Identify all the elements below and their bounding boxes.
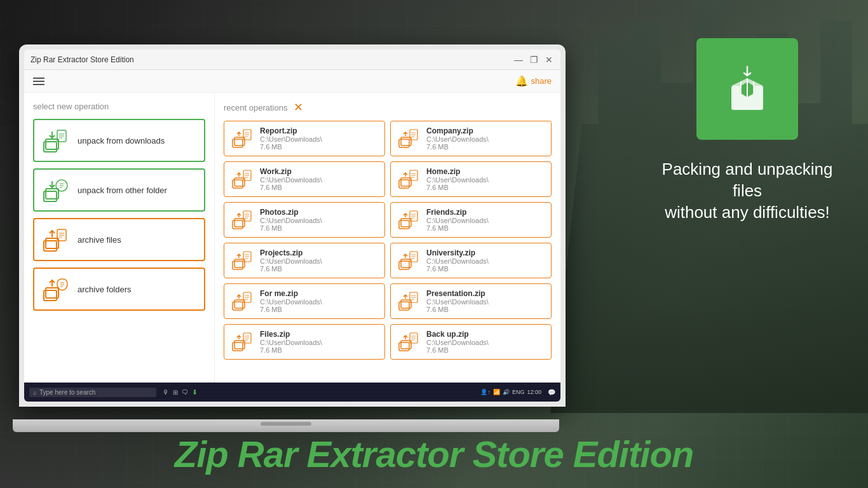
recent-item[interactable]: Friends.zip C:\User\Downloads\ 7.6 MB [390, 202, 552, 238]
recent-item-name: Friends.zip [426, 208, 545, 217]
unpack-other-icon [42, 176, 70, 204]
recent-item-info: Back up.zip C:\User\Downloads\ 7.6 MB [426, 330, 545, 354]
title-controls: — ❐ ✕ [513, 55, 554, 65]
recent-item-path: C:\User\Downloads\ [260, 298, 378, 306]
archive-folders-icon [42, 275, 70, 303]
unpack-other-button[interactable]: unpack from other folder [33, 168, 205, 212]
recent-item-path: C:\User\Downloads\ [426, 257, 545, 265]
recent-item-icon [397, 330, 420, 353]
tagline-container: Packing and unpacking files without any … [658, 159, 836, 223]
share-button[interactable]: 🔔 share [515, 75, 552, 87]
recent-item-info: Presentation.zip C:\User\Downloads\ 7.6 … [426, 289, 545, 313]
tagline-line2: without any difficulties! [658, 202, 836, 224]
recent-item-size: 7.6 MB [426, 265, 545, 273]
recent-item-path: C:\User\Downloads\ [426, 135, 545, 143]
recent-item-info: Home.zip C:\User\Downloads\ 7.6 MB [426, 167, 545, 191]
recent-item[interactable]: Work.zip C:\User\Downloads\ 7.6 MB [224, 161, 385, 197]
recent-item-path: C:\User\Downloads\ [260, 257, 378, 265]
hamburger-menu[interactable] [33, 78, 44, 85]
recent-item-name: Photos.zip [260, 208, 378, 217]
laptop-base [13, 419, 559, 432]
recent-item-icon [397, 127, 420, 150]
recent-item[interactable]: University.zip C:\User\Downloads\ 7.6 MB [390, 243, 552, 278]
recent-item-size: 7.6 MB [426, 346, 545, 354]
app-logo-box [696, 38, 798, 140]
archive-files-button[interactable]: archive files [33, 218, 205, 261]
recent-item[interactable]: Photos.zip C:\User\Downloads\ 7.6 MB [224, 202, 385, 238]
maximize-button[interactable]: ❐ [529, 55, 539, 65]
recent-item-size: 7.6 MB [260, 224, 378, 232]
recent-item-path: C:\User\Downloads\ [260, 176, 378, 184]
recent-header: recent operations ✕ [224, 102, 552, 113]
recent-item[interactable]: Home.zip C:\User\Downloads\ 7.6 MB [390, 161, 552, 197]
unpack-downloads-label: unpack from downloads [78, 136, 165, 146]
laptop-body: Zip Rar Extractor Store Edition — ❐ ✕ [19, 44, 566, 407]
recent-item-path: C:\User\Downloads\ [426, 339, 545, 346]
recent-item-icon [231, 249, 254, 272]
recent-item-path: C:\User\Downloads\ [260, 135, 378, 143]
bottom-title: Zip Rar Extractor Store Edition [0, 433, 868, 475]
recent-item[interactable]: Report.zip C:\User\Downloads\ 7.6 MB [224, 121, 385, 156]
archive-files-icon [42, 226, 70, 254]
taskbar-search[interactable]: ⌕ Type here to search [29, 388, 156, 397]
archive-folders-button[interactable]: archive folders [33, 268, 205, 311]
share-icon: 🔔 [515, 75, 528, 87]
recent-item-name: Company.zip [426, 126, 545, 135]
unpack-downloads-button[interactable]: unpack from downloads [33, 119, 205, 162]
recent-item[interactable]: Files.zip C:\User\Downloads\ 7.6 MB [224, 324, 385, 360]
recent-item-info: Report.zip C:\User\Downloads\ 7.6 MB [260, 126, 378, 151]
recent-item-size: 7.6 MB [426, 306, 545, 313]
app-window: Zip Rar Extractor Store Edition — ❐ ✕ [24, 50, 560, 402]
title-bar: Zip Rar Extractor Store Edition — ❐ ✕ [24, 50, 560, 70]
recent-item-icon [231, 127, 254, 150]
taskbar: ⌕ Type here to search 🎙 ⊞ 🗨 ⬇ 👤↑ 📶 🔊 ENG… [24, 383, 560, 402]
unpack-other-label: unpack from other folder [78, 186, 167, 195]
recent-item[interactable]: For me.zip C:\User\Downloads\ 7.6 MB [224, 283, 385, 319]
recent-item-icon [397, 249, 420, 272]
minimize-button[interactable]: — [513, 55, 524, 65]
recent-grid: Report.zip C:\User\Downloads\ 7.6 MB Com… [224, 121, 552, 360]
recent-item-name: Files.zip [260, 330, 378, 339]
recent-item-info: University.zip C:\User\Downloads\ 7.6 MB [426, 248, 545, 273]
recent-item-size: 7.6 MB [426, 143, 545, 151]
recent-item-path: C:\User\Downloads\ [260, 339, 378, 346]
left-section-title: select new operation [33, 102, 205, 111]
recent-item-info: Work.zip C:\User\Downloads\ 7.6 MB [260, 167, 378, 191]
recent-item[interactable]: Back up.zip C:\User\Downloads\ 7.6 MB [390, 324, 552, 360]
recent-item[interactable]: Presentation.zip C:\User\Downloads\ 7.6 … [390, 283, 552, 319]
left-panel: select new operation [24, 93, 215, 383]
recent-item-size: 7.6 MB [260, 265, 378, 273]
menu-bar: 🔔 share [24, 70, 560, 93]
recent-item-icon [397, 168, 420, 191]
recent-item-info: Photos.zip C:\User\Downloads\ 7.6 MB [260, 208, 378, 232]
right-panel: recent operations ✕ Report.zip C:\User\D… [215, 93, 560, 383]
app-content: select new operation [24, 93, 560, 383]
recent-item-info: Projects.zip C:\User\Downloads\ 7.6 MB [260, 248, 378, 273]
recent-item-icon [231, 168, 254, 191]
recent-item-icon [231, 290, 254, 313]
title-bar-left: Zip Rar Extractor Store Edition [31, 55, 134, 64]
taskbar-time: 12:00 [527, 389, 541, 395]
recent-item-path: C:\User\Downloads\ [426, 176, 545, 184]
recent-item[interactable]: Projects.zip C:\User\Downloads\ 7.6 MB [224, 243, 385, 278]
recent-item-icon [397, 290, 420, 313]
recent-item-info: Friends.zip C:\User\Downloads\ 7.6 MB [426, 208, 545, 232]
recent-item[interactable]: Company.zip C:\User\Downloads\ 7.6 MB [390, 121, 552, 156]
laptop-screen: Zip Rar Extractor Store Edition — ❐ ✕ [24, 50, 560, 402]
recent-item-name: Report.zip [260, 126, 378, 135]
recent-item-icon [231, 208, 254, 231]
recent-item-size: 7.6 MB [260, 143, 378, 151]
recent-item-path: C:\User\Downloads\ [260, 217, 378, 224]
recent-item-size: 7.6 MB [260, 184, 378, 191]
close-button[interactable]: ✕ [544, 55, 554, 65]
share-label: share [531, 76, 552, 86]
close-recent-button[interactable]: ✕ [294, 102, 303, 113]
recent-item-size: 7.6 MB [426, 224, 545, 232]
recent-item-info: For me.zip C:\User\Downloads\ 7.6 MB [260, 289, 378, 313]
taskbar-lang: ENG [512, 389, 525, 395]
recent-item-size: 7.6 MB [260, 306, 378, 313]
recent-item-name: University.zip [426, 248, 545, 257]
recent-title: recent operations [224, 103, 287, 112]
tagline-line1: Packing and unpacking files [658, 159, 836, 202]
recent-item-path: C:\User\Downloads\ [426, 217, 545, 224]
